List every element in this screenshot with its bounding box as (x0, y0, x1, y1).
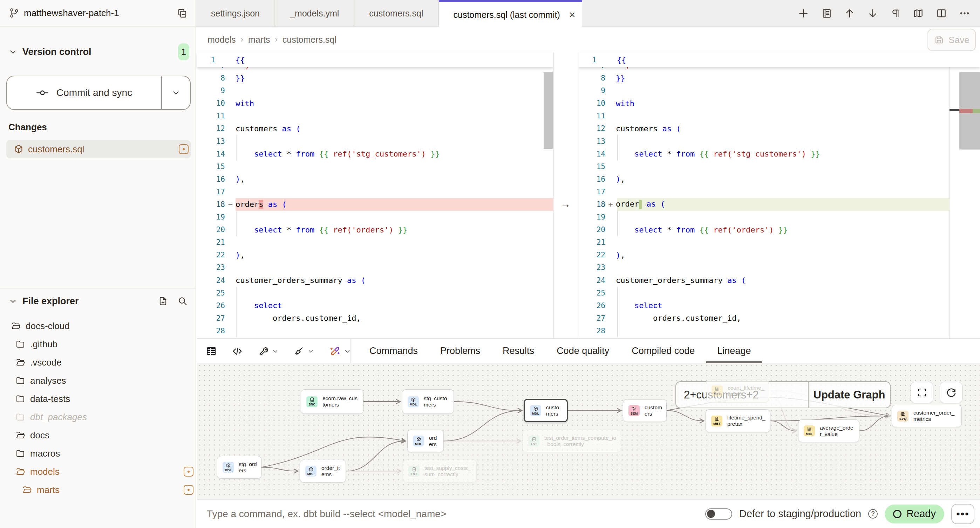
lineage-node-order_items[interactable]: MDLorder_items (300, 460, 346, 482)
bottom-tab-code-quality[interactable]: Code quality (557, 339, 609, 363)
code-line-21[interactable]: 21 (197, 236, 553, 249)
commit-and-sync-button[interactable]: Commit and sync (6, 76, 191, 110)
breadcrumb-item[interactable]: marts (248, 35, 270, 45)
commit-and-sync-main[interactable]: Commit and sync (7, 76, 162, 109)
tab-customers-sql[interactable]: customers.sql (354, 0, 439, 27)
code-line-13[interactable]: 13 (197, 135, 553, 147)
more-actions-button[interactable]: ••• (951, 504, 974, 524)
code-line-20[interactable]: 20 select * from {{ ref('orders') }} (197, 224, 553, 236)
code-line-25[interactable]: 25 (578, 287, 980, 300)
code-line-22[interactable]: 22), (578, 249, 980, 261)
tree-item-docs-cloud[interactable]: docs-cloud (0, 317, 196, 335)
changed-file-customers[interactable]: customers.sql (6, 140, 191, 158)
new-file-icon[interactable] (158, 296, 168, 306)
code-line-27[interactable]: 27 orders.customer_id, (578, 312, 980, 325)
tree-item-vscode[interactable]: .vscode (0, 353, 196, 371)
breadcrumb-item[interactable]: models (207, 35, 236, 45)
lineage-node-customer_order_metrics[interactable]: SVQcustomer_order_metrics (892, 405, 962, 427)
build-tool[interactable] (257, 346, 279, 357)
update-graph-button[interactable]: Update Graph (808, 382, 890, 407)
code-line-16[interactable]: 16), (578, 173, 980, 186)
tree-item-data-tests[interactable]: data-tests (0, 390, 196, 408)
code-line-17[interactable]: 17 (578, 186, 980, 198)
close-tab-icon[interactable]: × (569, 9, 576, 21)
code-line-10[interactable]: 10with (197, 97, 553, 109)
lineage-canvas[interactable]: SRCecom.raw_customersMDLstg_customersMDL… (197, 363, 980, 499)
changelog-icon[interactable] (821, 8, 832, 19)
code-line-7[interactable]: 7 ) (578, 67, 980, 72)
code-line-16[interactable]: 16), (197, 173, 553, 186)
tree-item-models[interactable]: models (0, 463, 196, 481)
code-line-14[interactable]: 14 select * from {{ ref('stg_customers')… (578, 148, 980, 160)
bottom-tab-problems[interactable]: Problems (440, 339, 480, 363)
code-line-27[interactable]: 27 orders.customer_id, (197, 312, 553, 325)
code-line-19[interactable]: 19 (197, 211, 553, 224)
minimap-icon[interactable] (913, 8, 924, 19)
tree-item-dbt_packages[interactable]: dbt_packages (0, 408, 196, 426)
code-line-12[interactable]: 12customers as ( (578, 122, 980, 135)
tab-customers-sql-last-commit-[interactable]: customers.sql (last commit)× (439, 0, 582, 27)
code-line-9[interactable]: 9 (578, 84, 980, 97)
more-options-icon[interactable] (959, 8, 970, 19)
code-line-10[interactable]: 10with (578, 97, 980, 109)
code-line-26[interactable]: 26 select (578, 300, 980, 312)
code-line-11[interactable]: 11 (578, 109, 980, 122)
bottom-tab-commands[interactable]: Commands (369, 339, 418, 363)
arrow-up-icon[interactable] (844, 8, 855, 19)
code-line-23[interactable]: 23 (578, 261, 980, 274)
tab-settings-json[interactable]: settings.json (196, 0, 275, 27)
fullscreen-button[interactable] (911, 382, 933, 403)
minimap[interactable] (949, 52, 980, 338)
lineage-node-count_lifetime_orders[interactable]: METcount_lifetime_orders (706, 379, 769, 403)
code-line-23[interactable]: 23 (197, 261, 553, 274)
tree-item-github[interactable]: .github (0, 335, 196, 353)
breadcrumb-item[interactable]: customers.sql (283, 35, 336, 45)
code-line-13[interactable]: 13 (578, 135, 980, 147)
help-icon[interactable]: ? (868, 509, 878, 518)
code-line-14[interactable]: 14 select * from {{ ref('stg_customers')… (197, 148, 553, 160)
lineage-node-customers[interactable]: MDLcustomers (523, 399, 568, 422)
search-icon[interactable] (177, 296, 188, 306)
code-line-12[interactable]: 12customers as ( (197, 122, 553, 135)
code-line-11[interactable]: 11 (197, 109, 553, 122)
code-line-28[interactable]: 28 (578, 325, 980, 337)
diff-pane-modified[interactable]: 1{{7 )8}}910with1112customers as (1314 s… (578, 52, 980, 338)
new-tab-icon[interactable] (798, 8, 809, 19)
revert-change-arrow-icon[interactable]: → (554, 198, 578, 211)
ready-status-button[interactable]: Ready (885, 504, 944, 523)
copy-icon[interactable] (177, 7, 188, 19)
arrow-down-icon[interactable] (867, 8, 878, 19)
tree-item-marts[interactable]: marts (0, 481, 196, 499)
compile-code-icon[interactable] (231, 345, 243, 357)
tab--models-yml[interactable]: _models.yml (275, 0, 354, 27)
lineage-node-stg_orders[interactable]: MDLstg_orders (217, 456, 261, 479)
file-explorer-header[interactable]: File explorer (0, 288, 196, 314)
ai-fix-tool[interactable] (329, 345, 351, 357)
split-editor-icon[interactable] (936, 8, 947, 19)
refresh-graph-button[interactable] (940, 382, 963, 403)
tree-item-docs[interactable]: docs (0, 426, 196, 444)
lineage-node-test_order_items_compute_to_bools_correctly[interactable]: TSTtest_order_items_compute_to_bools_cor… (523, 430, 621, 452)
code-line-19[interactable]: 19 (578, 211, 980, 224)
code-line-25[interactable]: 25 (197, 287, 553, 300)
tree-item-analyses[interactable]: analyses (0, 371, 196, 390)
lineage-node-customers_sem[interactable]: SEMcustomers (623, 399, 667, 422)
lineage-node-average_order_value[interactable]: METaverage_order_value (798, 419, 859, 442)
code-line-9[interactable]: 9 (197, 84, 553, 97)
format-tool[interactable] (293, 346, 315, 357)
code-line-24[interactable]: 24customer_orders_summary as ( (197, 274, 553, 287)
code-line-28[interactable]: 28 (197, 325, 553, 337)
code-line-15[interactable]: 15 (578, 160, 980, 173)
code-line-18[interactable]: 18−orders as ( (197, 198, 553, 211)
save-button[interactable]: Save (928, 29, 976, 51)
code-line-21[interactable]: 21 (578, 236, 980, 249)
diff-pane-original[interactable]: 1{{7 )8}}910with1112customers as (1314 s… (197, 52, 553, 338)
lineage-node-test_supply_costs_sum_correctly[interactable]: TSTtest_supply_costs_sum_correctly (403, 460, 477, 482)
bottom-tab-results[interactable]: Results (503, 339, 534, 363)
code-line-26[interactable]: 26 select (197, 300, 553, 312)
code-line-18[interactable]: 18+order as ( (578, 198, 980, 211)
lineage-node-ecom.raw_customers[interactable]: SRCecom.raw_customers (301, 389, 363, 414)
code-line-24[interactable]: 24customer_orders_summary as ( (578, 274, 980, 287)
defer-toggle[interactable] (705, 508, 732, 520)
code-line-8[interactable]: 8}} (197, 72, 553, 84)
